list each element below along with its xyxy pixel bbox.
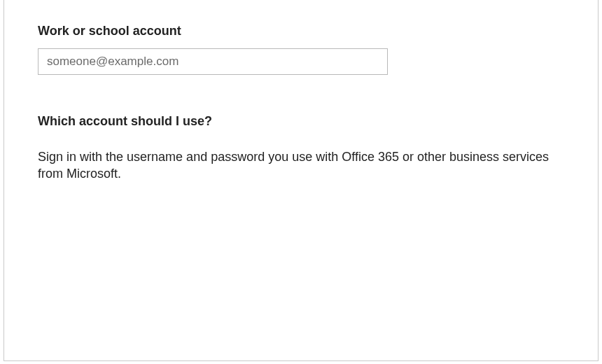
help-body: Sign in with the username and password y… xyxy=(38,148,556,183)
account-label: Work or school account xyxy=(38,24,564,38)
help-heading: Which account should I use? xyxy=(38,114,564,129)
account-email-input[interactable] xyxy=(38,48,388,75)
signin-panel: Work or school account Which account sho… xyxy=(4,0,598,361)
